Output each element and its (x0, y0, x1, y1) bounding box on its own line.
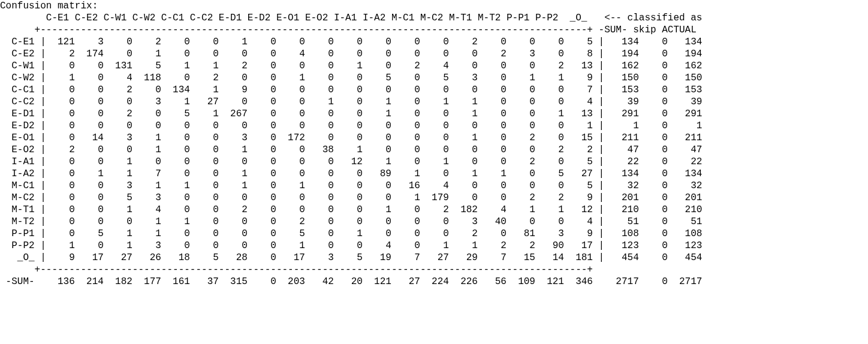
confusion-matrix-output: Confusion matrix: C-E1 C-E2 C-W1 C-W2 C-… (0, 0, 868, 288)
